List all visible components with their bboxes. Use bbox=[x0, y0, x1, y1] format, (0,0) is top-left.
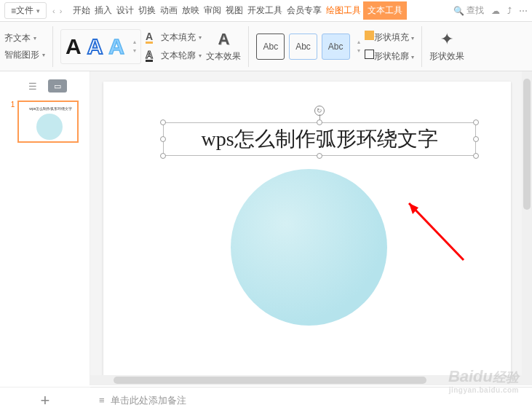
align-text-button[interactable]: 齐文本▾ bbox=[4, 32, 45, 44]
outline-view-tab[interactable]: ☰ bbox=[23, 79, 42, 93]
tab-developer[interactable]: 开发工具 bbox=[245, 1, 285, 20]
notes-icon: ≡ bbox=[99, 395, 105, 406]
cloud-icon[interactable]: ☁ bbox=[491, 6, 500, 16]
resize-handle[interactable] bbox=[160, 153, 166, 159]
slide-canvas[interactable]: ↻ wps怎么制作弧形环绕文字 bbox=[103, 82, 511, 382]
textbox-selected[interactable]: ↻ wps怎么制作弧形环绕文字 bbox=[163, 122, 476, 156]
search-label: 查找 bbox=[467, 4, 484, 17]
shape-styles: Abc Abc Abc ▴▾ bbox=[256, 34, 360, 60]
wordart-style-3[interactable]: A bbox=[108, 36, 124, 58]
file-menu-label: 文件 bbox=[16, 4, 33, 17]
resize-handle[interactable] bbox=[317, 153, 322, 159]
slides-panel: ☰ ▭ 1 wps怎么制作弧形环绕文字 bbox=[0, 71, 90, 385]
tab-animation[interactable]: 动画 bbox=[158, 1, 180, 20]
shape-styles-expand[interactable]: ▴▾ bbox=[357, 39, 360, 54]
outline-swatch-icon bbox=[365, 50, 374, 59]
tab-design[interactable]: 设计 bbox=[114, 1, 136, 20]
tab-insert[interactable]: 插入 bbox=[92, 1, 114, 20]
canvas-area[interactable]: ↻ wps怎么制作弧形环绕文字 bbox=[90, 71, 532, 385]
hamburger-icon: ≡ bbox=[11, 6, 16, 16]
vertical-scrollbar[interactable] bbox=[522, 71, 532, 385]
resize-handle[interactable] bbox=[160, 136, 166, 142]
notes-placeholder: 单击此处添加备注 bbox=[111, 394, 186, 407]
thumbnail-view-tab[interactable]: ▭ bbox=[48, 79, 67, 93]
resize-handle[interactable] bbox=[317, 119, 322, 125]
add-slide-button[interactable]: + bbox=[0, 387, 90, 413]
tab-slideshow[interactable]: 放映 bbox=[180, 1, 202, 20]
scrollbar-thumb[interactable] bbox=[114, 377, 426, 384]
svg-line-0 bbox=[409, 203, 464, 260]
history-nav: ‹ › bbox=[52, 7, 62, 15]
tab-home[interactable]: 开始 bbox=[71, 1, 92, 20]
separator bbox=[52, 26, 53, 67]
file-menu[interactable]: ≡ 文件 ▾ bbox=[4, 2, 47, 19]
chevron-down-icon: ▾ bbox=[33, 35, 36, 42]
shape-fill-button[interactable]: 形状填充 ▾ bbox=[365, 31, 414, 44]
wordart-style-2[interactable]: A bbox=[87, 36, 103, 58]
smart-graphic-button[interactable]: 智能图形▾ bbox=[4, 49, 45, 61]
separator bbox=[421, 26, 422, 67]
resize-handle[interactable] bbox=[473, 153, 479, 159]
tab-transition[interactable]: 切换 bbox=[136, 1, 158, 20]
text-outline-button[interactable]: A 文本轮廓 ▾ bbox=[146, 50, 202, 62]
tab-view[interactable]: 视图 bbox=[223, 1, 245, 20]
panel-view-tabs: ☰ ▭ bbox=[0, 77, 90, 95]
shape-outline-button[interactable]: 形状轮廓 ▾ bbox=[365, 50, 414, 63]
textbox-content: wps怎么制作弧形环绕文字 bbox=[201, 125, 437, 153]
circle-shape[interactable] bbox=[231, 169, 387, 326]
menubar-right: 🔍 查找 ☁ ⤴ ⋯ bbox=[453, 4, 528, 17]
tab-drawing-tools[interactable]: 绘图工具 bbox=[324, 1, 363, 20]
thumbnail-shape bbox=[36, 114, 63, 140]
more-icon[interactable]: ⋯ bbox=[519, 6, 528, 16]
text-effects-button[interactable]: A 文本效果 bbox=[206, 30, 241, 63]
shape-effects-icon: ✦ bbox=[440, 30, 453, 49]
wordart-styles[interactable]: A A A ▴▾ bbox=[60, 29, 141, 64]
search-icon: 🔍 bbox=[453, 6, 464, 16]
horizontal-scrollbar[interactable] bbox=[90, 375, 522, 385]
share-icon[interactable]: ⤴ bbox=[507, 6, 512, 16]
shape-style-1[interactable]: Abc bbox=[256, 34, 285, 60]
text-effects-icon: A bbox=[218, 30, 230, 49]
slide-number: 1 bbox=[11, 101, 15, 109]
resize-handle[interactable] bbox=[473, 119, 479, 125]
separator bbox=[248, 26, 249, 67]
slide-thumbnail-wrap: 1 wps怎么制作弧形环绕文字 bbox=[11, 101, 79, 143]
search-button[interactable]: 🔍 查找 bbox=[453, 4, 484, 17]
annotation-arrow bbox=[398, 194, 471, 267]
menubar: ≡ 文件 ▾ ‹ › 开始 插入 设计 切换 动画 放映 审阅 视图 开发工具 … bbox=[0, 0, 532, 22]
thumbnail-text: wps怎么制作弧形环绕文字 bbox=[29, 106, 72, 111]
slide-thumbnail-1[interactable]: wps怎么制作弧形环绕文字 bbox=[17, 101, 79, 143]
wordart-expand[interactable]: ▴▾ bbox=[133, 39, 136, 54]
chevron-down-icon: ▾ bbox=[36, 7, 40, 15]
chevron-down-icon: ▾ bbox=[199, 34, 202, 41]
shape-style-3[interactable]: Abc bbox=[322, 34, 350, 60]
ribbon-group-shape-format: 形状填充 ▾ 形状轮廓 ▾ bbox=[365, 31, 414, 63]
workarea: ☰ ▭ 1 wps怎么制作弧形环绕文字 ↻ bbox=[0, 71, 532, 385]
shape-style-2[interactable]: Abc bbox=[289, 34, 317, 60]
back-icon[interactable]: ‹ bbox=[52, 7, 55, 15]
tab-text-tools[interactable]: 文本工具 bbox=[363, 1, 407, 20]
notes-bar[interactable]: ≡ 单击此处添加备注 bbox=[90, 387, 532, 413]
tab-review[interactable]: 审阅 bbox=[202, 1, 223, 20]
scrollbar-thumb[interactable] bbox=[523, 79, 531, 210]
chevron-down-icon: ▾ bbox=[42, 52, 45, 58]
ribbon-group-text-format: A 文本填充 ▾ A 文本轮廓 ▾ bbox=[146, 31, 202, 62]
tab-member[interactable]: 会员专享 bbox=[285, 1, 324, 20]
ribbon: 齐文本▾ 智能图形▾ A A A ▴▾ A 文本填充 ▾ A 文本轮廓 ▾ A … bbox=[0, 22, 532, 71]
shape-effects-button[interactable]: ✦ 形状效果 bbox=[429, 30, 464, 63]
text-fill-button[interactable]: A 文本填充 ▾ bbox=[146, 31, 202, 44]
ribbon-tabs: 开始 插入 设计 切换 动画 放映 审阅 视图 开发工具 会员专享 绘图工具 文… bbox=[71, 1, 407, 20]
forward-icon[interactable]: › bbox=[60, 7, 63, 15]
wordart-style-1[interactable]: A bbox=[65, 36, 82, 58]
ribbon-group-align: 齐文本▾ 智能图形▾ bbox=[4, 32, 45, 61]
resize-handle[interactable] bbox=[473, 136, 479, 142]
resize-handle[interactable] bbox=[160, 119, 166, 125]
fill-swatch-icon bbox=[365, 31, 374, 40]
chevron-down-icon: ▾ bbox=[199, 52, 202, 59]
